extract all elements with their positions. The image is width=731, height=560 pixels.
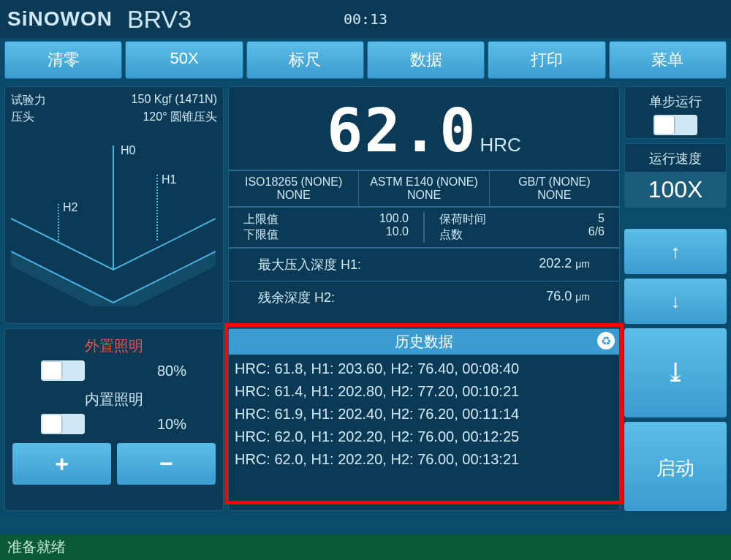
history-list: HRC: 61.8, H1: 203.60, H2: 76.40, 00:08:… — [229, 355, 619, 474]
depth-h1-row: 最大压入深度 H1: 202.2 μm — [229, 249, 619, 281]
light-minus-button[interactable]: − — [117, 443, 216, 485]
menu-print[interactable]: 打印 — [488, 41, 605, 79]
history-header: 历史数据 ♻ — [229, 329, 619, 355]
depth-h2-row: 残余深度 H2: 76.0 μm — [229, 281, 619, 314]
depth-h2-unit: μm — [575, 291, 590, 303]
std-iso-value: NONE — [229, 189, 358, 202]
reading-unit: HRC — [480, 134, 521, 156]
internal-light-toggle[interactable] — [41, 414, 85, 434]
history-row: HRC: 62.0, H1: 202.20, H2: 76.00, 00:13:… — [235, 448, 613, 471]
menu-data[interactable]: 数据 — [367, 41, 485, 79]
start-label: 启动 — [656, 455, 694, 481]
step-run-card: 单步运行 — [624, 86, 727, 139]
start-column: ⤓ 启动 — [624, 328, 727, 511]
std-astm-value: NONE — [359, 189, 488, 202]
arrow-up-button[interactable]: ↑ — [624, 229, 727, 274]
points-value: 6/6 — [588, 225, 605, 238]
upper-limit-label: 上限值 — [243, 212, 279, 227]
internal-light-label: 内置照明 — [12, 390, 216, 409]
depth-h1-unit: μm — [575, 258, 590, 270]
dwell-value: 5 — [588, 212, 605, 225]
history-row: HRC: 62.0, H1: 202.20, H2: 76.00, 00:12:… — [235, 425, 613, 448]
points-label: 点数 — [439, 227, 486, 243]
lighting-panel: 外置照明 80% 内置照明 10% + − — [4, 328, 224, 511]
force-label: 试验力 — [11, 93, 46, 108]
history-title: 历史数据 — [395, 333, 453, 349]
lower-limit-label: 下限值 — [243, 227, 279, 243]
lower-limit-value: 10.0 — [379, 225, 409, 238]
status-bar: 准备就绪 — [0, 534, 731, 560]
model-label: BRV3 — [127, 5, 192, 34]
menu-scale[interactable]: 标尺 — [246, 41, 364, 79]
history-panel: 历史数据 ♻ HRC: 61.8, H1: 203.60, H2: 76.40,… — [228, 328, 620, 511]
arrow-up-icon: ↑ — [671, 241, 681, 263]
main-menu: 清零 50X 标尺 数据 打印 菜单 — [0, 38, 731, 82]
menu-zero[interactable]: 清零 — [4, 41, 122, 79]
left-column: 试验力 150 Kgf (1471N) 压头 120° 圆锥压头 H0 H1 H… — [4, 86, 224, 324]
brand-logo: SiNOWON — [7, 7, 113, 31]
recycle-icon: ♻ — [601, 334, 611, 348]
download-icon: ⤓ — [664, 357, 686, 388]
history-row: HRC: 61.8, H1: 203.60, H2: 76.40, 00:08:… — [235, 357, 613, 380]
top-bar: SiNOWON BRV3 00:13 — [0, 0, 731, 38]
diagram-h0: H0 — [121, 144, 136, 156]
upper-limit-value: 100.0 — [379, 212, 409, 225]
arrow-down-icon: ↓ — [671, 290, 681, 313]
force-value: 150 Kgf (1471N) — [132, 93, 217, 108]
menu-menu[interactable]: 菜单 — [609, 41, 727, 79]
speed-card: 运行速度 100X — [624, 143, 727, 203]
internal-light-value: 10% — [157, 416, 186, 433]
start-button[interactable]: 启动 — [624, 422, 727, 511]
external-light-label: 外置照明 — [12, 336, 216, 356]
dwell-label: 保荷时间 — [439, 212, 486, 227]
external-light-value: 80% — [157, 363, 186, 379]
depth-h1-label: 最大压入深度 H1: — [258, 256, 361, 273]
indenter-value: 120° 圆锥压头 — [143, 110, 217, 125]
status-text: 准备就绪 — [7, 539, 66, 555]
light-plus-button[interactable]: + — [12, 443, 111, 485]
standards-row: ISO18265 (NONE)NONE ASTM E140 (NONE)NONE… — [229, 170, 619, 208]
reading-value: 62.0 — [327, 96, 477, 165]
right-column: 单步运行 运行速度 100X ↑ ↓ — [624, 86, 727, 324]
std-gbt-label: GB/T (NONE) — [490, 175, 619, 189]
diagram-h1: H1 — [162, 173, 177, 186]
step-run-toggle[interactable] — [654, 115, 697, 135]
clock: 00:13 — [344, 10, 387, 28]
depth-h2-label: 残余深度 H2: — [258, 289, 335, 306]
download-button[interactable]: ⤓ — [624, 328, 727, 417]
std-astm-label: ASTM E140 (NONE) — [359, 175, 488, 189]
limits-row: 上限值下限值100.010.0 保荷时间点数56/6 — [229, 208, 619, 249]
depth-h2-value: 76.0 — [546, 289, 572, 303]
depth-h1-value: 202.2 — [539, 256, 572, 270]
speed-label: 运行速度 — [631, 150, 720, 167]
speed-value: 100X — [625, 172, 726, 208]
step-run-label: 单步运行 — [631, 93, 720, 110]
external-light-toggle[interactable] — [41, 360, 85, 381]
indentation-diagram: H0 H1 H2 — [11, 131, 217, 306]
arrow-down-button[interactable]: ↓ — [624, 279, 727, 324]
history-row: HRC: 61.4, H1: 202.80, H2: 77.20, 00:10:… — [235, 380, 613, 403]
test-param-panel: 试验力 150 Kgf (1471N) 压头 120° 圆锥压头 H0 H1 H… — [4, 86, 224, 324]
std-iso-label: ISO18265 (NONE) — [229, 175, 358, 189]
middle-column: 62.0HRC ISO18265 (NONE)NONE ASTM E140 (N… — [228, 86, 620, 324]
menu-50x[interactable]: 50X — [125, 41, 243, 79]
history-row: HRC: 61.9, H1: 202.40, H2: 76.20, 00:11:… — [235, 403, 613, 425]
recycle-button[interactable]: ♻ — [597, 332, 615, 349]
std-gbt-value: NONE — [490, 189, 619, 202]
diagram-h2: H2 — [63, 201, 78, 213]
indenter-label: 压头 — [11, 110, 34, 125]
measurement-panel: 62.0HRC ISO18265 (NONE)NONE ASTM E140 (N… — [228, 86, 620, 324]
